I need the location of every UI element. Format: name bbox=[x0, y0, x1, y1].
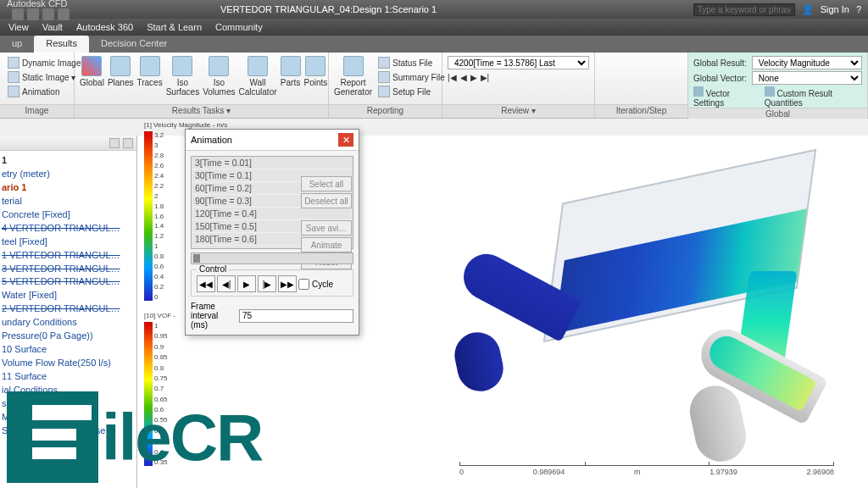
first-step-icon[interactable]: |◀ bbox=[448, 73, 457, 82]
play-button[interactable]: ▶ bbox=[237, 275, 256, 292]
summary-file-btn[interactable]: Summary File bbox=[376, 70, 448, 84]
panel-label-image: Image bbox=[0, 104, 74, 118]
timestep-select[interactable]: 4200[Time = 13.5786] Last bbox=[448, 56, 589, 69]
search-input[interactable] bbox=[693, 3, 795, 16]
tree-item[interactable]: terial bbox=[2, 195, 135, 208]
panel-label-reporting: Reporting bbox=[329, 104, 442, 118]
menu-vault[interactable]: Vault bbox=[42, 22, 63, 32]
status-file-btn[interactable]: Status File bbox=[376, 56, 448, 69]
menu-start-learn[interactable]: Start & Learn bbox=[147, 22, 202, 32]
tree-item[interactable]: 3 VERTEDOR TRIANGUL… bbox=[2, 263, 135, 276]
title-bar: Autodesk CFD VERTEDOR TRIANGULAR_04:Desi… bbox=[0, 0, 868, 19]
panel-toolbar bbox=[0, 136, 136, 151]
close-icon[interactable] bbox=[123, 138, 133, 148]
tree-item[interactable]: 2 VERTEDOR TRIANGUL… bbox=[2, 302, 135, 316]
tree-design[interactable]: 1 bbox=[2, 154, 135, 168]
traces-btn[interactable]: Traces bbox=[136, 56, 162, 87]
menu-view[interactable]: View bbox=[8, 22, 29, 32]
file-icon bbox=[378, 71, 390, 83]
select-all-button[interactable]: Select all bbox=[301, 176, 352, 191]
global-result-select[interactable]: Velocity Magnitude bbox=[752, 56, 862, 69]
pin-icon[interactable] bbox=[109, 138, 120, 148]
legend-velocity: [1] Velocity Magnitude - m/s 3.232.82.62… bbox=[144, 131, 168, 301]
static-image-btn[interactable]: Static Image ▾ bbox=[5, 70, 83, 84]
deselect-all-button[interactable]: Deselect all bbox=[301, 193, 352, 208]
watermark: ileCR bbox=[7, 391, 262, 483]
setup-file-btn[interactable]: Setup File bbox=[376, 85, 448, 98]
tab-decision-center[interactable]: Decision Center bbox=[89, 36, 179, 53]
document-title: VERTEDOR TRIANGULAR_04:Design 1:Scenario… bbox=[220, 4, 693, 14]
frame-interval-label: Frame interval (ms) bbox=[191, 302, 236, 330]
tree-item[interactable]: teel [Fixed] bbox=[2, 236, 135, 249]
tree-scenario[interactable]: ario 1 bbox=[2, 181, 135, 195]
help-icon[interactable]: ? bbox=[856, 4, 861, 14]
tab-results[interactable]: Results bbox=[34, 36, 89, 53]
custom-quantities-btn[interactable]: Custom Result Quantities bbox=[765, 86, 862, 108]
watermark-logo bbox=[7, 391, 98, 483]
next-step-icon[interactable]: ▶ bbox=[470, 73, 477, 82]
global-vector-select[interactable]: None bbox=[752, 71, 862, 85]
tree-item[interactable]: Water [Fixed] bbox=[2, 289, 135, 302]
menu-community[interactable]: Community bbox=[215, 22, 263, 32]
animate-button[interactable]: Animate bbox=[301, 237, 352, 252]
report-generator-btn[interactable]: Report Generator bbox=[334, 56, 372, 97]
simulation-render bbox=[400, 144, 868, 449]
ribbon: Dynamic Image Static Image ▾ Animation I… bbox=[0, 53, 868, 119]
control-group-label: Control bbox=[197, 264, 229, 274]
iso-surfaces-btn[interactable]: Iso Surfaces bbox=[166, 56, 199, 97]
global-btn[interactable]: Global bbox=[80, 56, 104, 87]
points-btn[interactable]: Points bbox=[304, 56, 328, 87]
user-icon[interactable]: 👤 bbox=[802, 4, 814, 15]
panel-label-global: Global bbox=[688, 108, 867, 119]
step-back-button[interactable]: ◀| bbox=[217, 275, 236, 292]
tree-item[interactable]: 10 Surface bbox=[2, 343, 135, 357]
tree-geometry[interactable]: etry (meter) bbox=[2, 168, 135, 181]
dynamic-image-btn[interactable]: Dynamic Image bbox=[5, 56, 83, 69]
panel-label-iteration: Iteration/Step bbox=[595, 104, 687, 118]
tree-item[interactable]: undary Conditions bbox=[2, 316, 135, 330]
tree-item[interactable]: Concrete [Fixed] bbox=[2, 208, 135, 222]
wall-calc-btn[interactable]: Wall Calculator bbox=[239, 56, 277, 97]
iso-volumes-btn[interactable]: Iso Volumes bbox=[203, 56, 235, 97]
menu-a360[interactable]: Autodesk 360 bbox=[76, 22, 133, 32]
parts-btn[interactable]: Parts bbox=[281, 56, 301, 87]
quick-access-toolbar bbox=[12, 8, 220, 20]
panel-label-results-tasks[interactable]: Results Tasks ▾ bbox=[75, 104, 328, 118]
tree-item[interactable]: 5 VERTEDOR TRIANGUL… bbox=[2, 275, 135, 289]
file-icon bbox=[378, 86, 390, 97]
animation-dialog[interactable]: Animation ✕ 3[Time = 0.01]30[Time = 0.1]… bbox=[185, 129, 359, 336]
close-button[interactable]: ✕ bbox=[338, 133, 353, 147]
frame-slider[interactable] bbox=[191, 252, 353, 264]
image-icon bbox=[8, 71, 19, 83]
animation-btn[interactable]: Animation bbox=[5, 85, 83, 98]
gear-icon bbox=[693, 86, 704, 97]
image-icon bbox=[8, 57, 19, 69]
prev-step-icon[interactable]: ◀ bbox=[460, 73, 467, 82]
signin-link[interactable]: Sign In bbox=[821, 4, 849, 14]
frame-item[interactable]: 3[Time = 0.01] bbox=[192, 157, 353, 169]
cycle-checkbox[interactable] bbox=[298, 279, 309, 290]
global-result-label: Global Result: bbox=[693, 58, 747, 68]
tab-setup[interactable]: up bbox=[0, 36, 34, 53]
app-name: Autodesk CFD bbox=[7, 0, 68, 8]
ribbon-tabs: up Results Decision Center bbox=[0, 36, 868, 53]
sigma-icon bbox=[765, 86, 775, 97]
tree-item[interactable]: Pressure(0 Pa Gage)) bbox=[2, 330, 135, 343]
tree-item[interactable]: 4 VERTEDOR TRIANGUL… bbox=[2, 222, 135, 236]
planes-btn[interactable]: Planes bbox=[108, 56, 134, 87]
vector-settings-btn[interactable]: Vector Settings bbox=[693, 86, 756, 108]
tree-item[interactable]: Volume Flow Rate(250 l/s) bbox=[2, 357, 135, 370]
global-vector-label: Global Vector: bbox=[693, 74, 747, 83]
scale-bar: 0 0.989694 m 1.97939 2.96908 bbox=[459, 462, 834, 476]
last-step-icon[interactable]: ▶| bbox=[481, 73, 490, 82]
file-icon bbox=[378, 57, 390, 69]
step-fwd-button[interactable]: |▶ bbox=[258, 275, 276, 292]
tree-item[interactable]: 1 VERTEDOR TRIANGUL… bbox=[2, 249, 135, 263]
frame-interval-input[interactable] bbox=[239, 309, 353, 323]
rewind-button[interactable]: ◀◀ bbox=[197, 275, 215, 292]
fast-fwd-button[interactable]: ▶▶ bbox=[278, 275, 297, 292]
tree-item[interactable]: 11 Surface bbox=[2, 370, 135, 384]
save-avi-button[interactable]: Save avi… bbox=[301, 220, 352, 236]
dialog-title: Animation bbox=[191, 135, 232, 145]
panel-label-review[interactable]: Review ▾ bbox=[442, 104, 594, 118]
